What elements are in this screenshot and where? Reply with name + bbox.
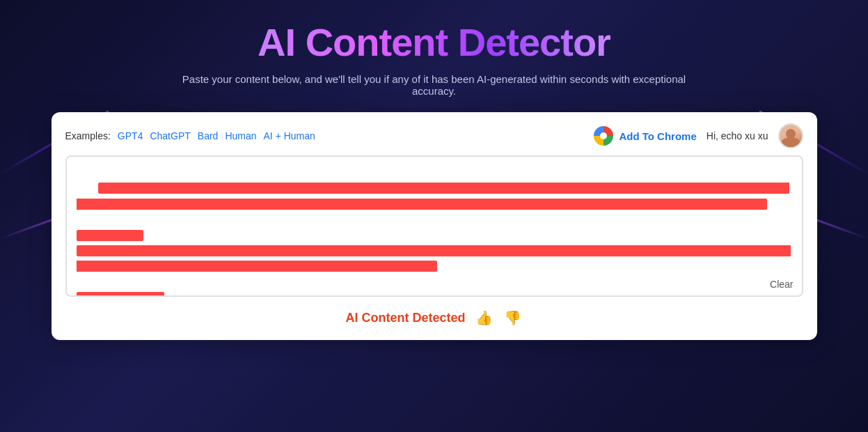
user-greeting: Hi, echo xu xu <box>707 130 768 141</box>
example-bard[interactable]: Bard <box>198 130 219 141</box>
page-subtitle: Paste your content below, and we'll tell… <box>170 73 699 97</box>
card-top-bar: Examples: GPT4 ChatGPT Bard Human AI + H… <box>65 123 803 148</box>
example-human[interactable]: Human <box>225 130 256 141</box>
add-to-chrome-button[interactable]: Add To Chrome <box>594 126 696 146</box>
result-text: AI Content Detected <box>345 311 465 325</box>
example-chatgpt[interactable]: ChatGPT <box>150 130 190 141</box>
example-ai-human[interactable]: AI + Human <box>264 130 315 141</box>
content-input[interactable] <box>67 157 802 293</box>
user-avatar <box>778 123 803 148</box>
chrome-icon <box>594 126 613 146</box>
top-bar-right: Add To Chrome Hi, echo xu xu <box>594 123 803 148</box>
examples-label: Examples: <box>65 130 111 141</box>
examples-section: Examples: GPT4 ChatGPT Bard Human AI + H… <box>65 130 315 141</box>
page-title: AI Content Detector <box>258 20 610 65</box>
thumbs-up-button[interactable]: 👍 <box>474 308 494 327</box>
thumbs-down-button[interactable]: 👎 <box>503 308 523 327</box>
clear-button[interactable]: Clear <box>770 279 793 290</box>
add-to-chrome-label: Add To Chrome <box>619 130 696 142</box>
result-bar: AI Content Detected 👍 👎 <box>65 305 803 327</box>
example-gpt4[interactable]: GPT4 <box>118 130 143 141</box>
main-card: Examples: GPT4 ChatGPT Bard Human AI + H… <box>52 112 817 340</box>
textarea-wrapper: 在当今数字化时代，网站是个人、企业和组织展示自身的窗口，也是吸引目标受众的重要工… <box>65 155 803 297</box>
